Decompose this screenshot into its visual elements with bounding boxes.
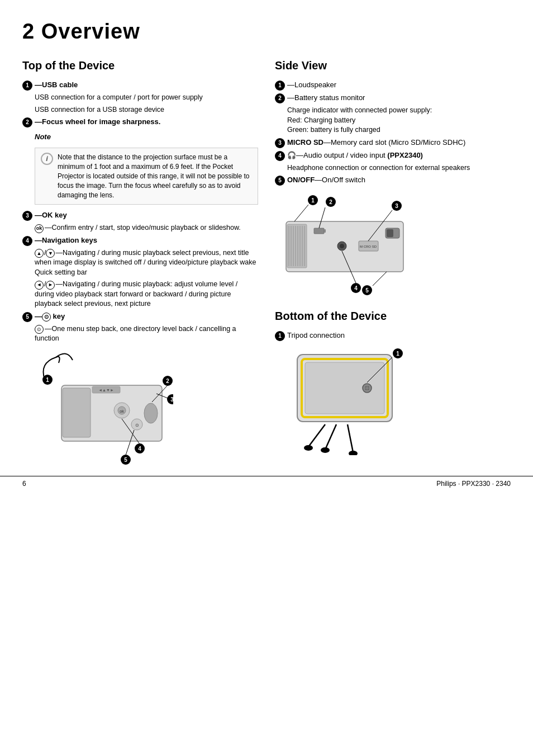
item-number: 1 [275, 81, 285, 91]
note-box: i Note that the distance to the projecti… [35, 148, 258, 205]
item-desc: Charge indicator with connected power su… [287, 106, 511, 135]
side-view-title: Side View [275, 58, 511, 73]
item-label: —Battery status monitor [287, 93, 365, 102]
item-label: —OK key [35, 211, 67, 219]
svg-point-71 [321, 447, 330, 453]
item-label: —USB cable [35, 81, 78, 89]
svg-text:2: 2 [329, 199, 332, 205]
svg-rect-3 [63, 388, 91, 437]
list-item: 2 —Battery status monitor [275, 93, 511, 103]
side-device-diagram: M CRO SD 1 2 3 [275, 188, 420, 300]
svg-rect-59 [305, 362, 384, 414]
svg-text:3: 3 [170, 396, 173, 403]
svg-rect-34 [314, 228, 324, 234]
item-number: 5 [22, 312, 32, 322]
item-desc: Headphone connection or connection for e… [287, 163, 511, 173]
item-label: Tripod connection [287, 331, 345, 339]
list-item: 5 —⊙ key [22, 311, 258, 322]
svg-line-67 [308, 424, 325, 447]
svg-text:3: 3 [395, 203, 398, 209]
svg-text:1: 1 [396, 351, 399, 357]
list-item: 3 —OK key [22, 210, 258, 221]
svg-text:5: 5 [124, 457, 127, 463]
item-number: 1 [22, 81, 32, 91]
list-item: 1 Tripod connection [275, 330, 511, 341]
svg-rect-41 [387, 229, 393, 237]
list-item: 4 —Navigation keys [22, 235, 258, 246]
svg-text:1: 1 [311, 197, 315, 204]
bottom-section-title: Bottom of the Device [275, 308, 511, 324]
page-title: 2 Overview [22, 17, 511, 46]
list-item: 4 🎧—Audio output / video input (PPX2340) [275, 150, 511, 161]
item-number: 4 [22, 236, 32, 246]
svg-point-37 [340, 244, 344, 248]
item-desc: ok—Confirm entry / start, stop video/mus… [35, 223, 258, 233]
svg-line-54 [373, 272, 387, 286]
item-label: —⊙ key [35, 312, 65, 320]
left-section-title: Top of the Device [22, 58, 258, 73]
item-label: —Loudspeaker [287, 81, 336, 89]
item-number: 2 [22, 117, 32, 127]
item-label: ON/OFF—On/Off switch [287, 176, 365, 184]
bottom-device-diagram: 1 [280, 343, 415, 455]
svg-line-42 [294, 205, 308, 221]
footer: 6 Philips · PPX2330 · 2340 [0, 476, 533, 492]
item-number: 3 [275, 138, 285, 148]
top-device-diagram: 1 ◄▲▼► ok ⊙ [28, 346, 173, 469]
item-number: 2 [275, 93, 285, 103]
note-title: Note [35, 132, 258, 142]
item-number: 4 [275, 151, 285, 161]
item-number: 3 [22, 211, 32, 221]
item-label: —Focus wheel for image sharpness. [35, 117, 160, 126]
item-number: 1 [275, 331, 285, 341]
list-item: 3 MICRO SD—Memory card slot (Micro SD/Mi… [275, 138, 511, 148]
svg-text:4: 4 [138, 446, 141, 452]
list-item: 2 —Focus wheel for image sharpness. [22, 117, 258, 127]
svg-text:◄▲▼►: ◄▲▼► [98, 388, 114, 392]
item-desc: ▲/▼—Navigating / during music playback s… [35, 248, 258, 278]
svg-point-70 [304, 445, 313, 451]
item-desc: ⊙—One menu step back, one directory leve… [35, 324, 258, 344]
svg-point-4 [144, 403, 158, 423]
note-text: Note that the distance to the projection… [58, 153, 252, 200]
info-icon: i [41, 153, 53, 165]
svg-text:1: 1 [46, 377, 49, 383]
item-desc: ◄/►—Navigating / during music playback: … [35, 280, 258, 309]
item-label: —Navigation keys [35, 236, 97, 244]
svg-text:ok: ok [120, 409, 124, 413]
page: 2 Overview Top of the Device 1 —USB cabl… [0, 0, 533, 492]
left-column: Top of the Device 1 —USB cable USB conne… [22, 58, 258, 469]
footer-page-number: 6 [22, 479, 26, 489]
svg-rect-35 [324, 229, 326, 233]
svg-text:5: 5 [365, 287, 369, 294]
right-column: Side View 1 —Loudspeaker 2 —Battery stat… [275, 58, 511, 469]
svg-text:⊙: ⊙ [135, 423, 139, 428]
list-item: 1 —USB cable [22, 80, 258, 91]
svg-line-69 [348, 424, 353, 452]
item-label: MICRO SD—Memory card slot (Micro SD/Micr… [287, 138, 465, 147]
svg-line-68 [325, 424, 336, 450]
list-item: 1 —Loudspeaker [275, 80, 511, 91]
item-desc: USB connection for a USB storage device [35, 105, 258, 115]
svg-text:4: 4 [354, 285, 358, 291]
item-desc: USB connection for a computer / port for… [35, 93, 258, 103]
svg-rect-25 [287, 224, 307, 268]
item-number: 5 [275, 176, 285, 186]
item-label: 🎧—Audio output / video input (PPX2340) [287, 151, 423, 159]
list-item: 5 ON/OFF—On/Off switch [275, 175, 511, 186]
svg-text:M CRO SD: M CRO SD [360, 245, 377, 248]
footer-product-name: Philips · PPX2330 · 2340 [436, 479, 511, 489]
svg-text:2: 2 [166, 378, 169, 384]
svg-point-72 [349, 451, 358, 455]
